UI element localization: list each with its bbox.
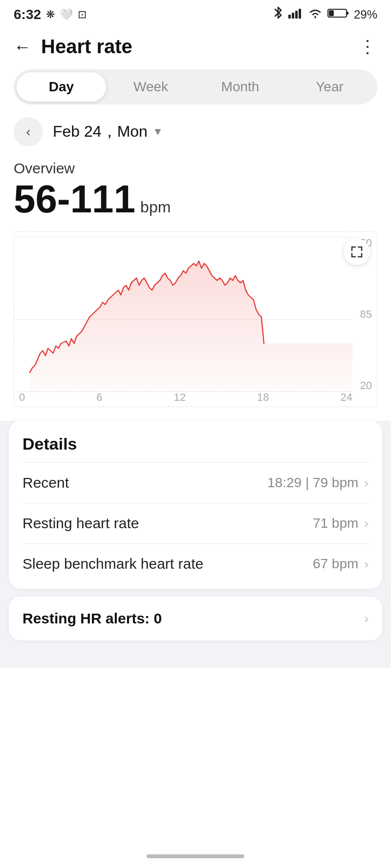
tab-bar: Day Week Month Year bbox=[14, 69, 377, 104]
bpm-unit: bpm bbox=[140, 198, 171, 216]
app-icon-1: ❋ bbox=[46, 8, 55, 21]
chart-svg bbox=[14, 232, 352, 392]
chart-expand-button[interactable] bbox=[344, 239, 370, 265]
battery-percent: 29% bbox=[354, 8, 377, 21]
x-label-24: 24 bbox=[340, 391, 352, 404]
alerts-chevron: › bbox=[364, 611, 369, 626]
overview-label: Overview bbox=[14, 160, 377, 177]
header: ← Heart rate ⋮ bbox=[0, 27, 391, 66]
status-right: 29% bbox=[273, 6, 377, 23]
detail-value-recent: 18:29 | 79 bpm bbox=[267, 475, 358, 491]
overview-section: Overview 56-111 bpm bbox=[0, 155, 391, 227]
signal-icon bbox=[288, 7, 303, 22]
y-label-85: 85 bbox=[354, 308, 372, 321]
detail-value-group-sleep: 67 bpm › bbox=[313, 556, 369, 572]
tab-month[interactable]: Month bbox=[196, 72, 285, 102]
svg-rect-0 bbox=[288, 15, 291, 19]
svg-rect-5 bbox=[347, 12, 348, 15]
status-left: 6:32 ❋ 🤍 ⊡ bbox=[14, 7, 87, 22]
tab-day[interactable]: Day bbox=[17, 72, 106, 102]
detail-chevron-recent: › bbox=[364, 475, 369, 491]
date-text: Feb 24，Mon bbox=[53, 121, 148, 143]
x-label-0: 0 bbox=[19, 391, 25, 404]
detail-row-sleep[interactable]: Sleep benchmark heart rate 67 bpm › bbox=[22, 543, 369, 584]
heart-rate-chart: 150 85 20 0 6 12 18 24 bbox=[14, 231, 377, 407]
page-title: Heart rate bbox=[41, 36, 132, 58]
y-label-20: 20 bbox=[354, 379, 372, 392]
wifi-icon bbox=[308, 7, 323, 22]
alerts-section[interactable]: Resting HR alerts: 0 › bbox=[9, 597, 382, 641]
bluetooth-icon bbox=[273, 6, 283, 23]
svg-rect-3 bbox=[299, 9, 301, 19]
alerts-title: Resting HR alerts: 0 bbox=[22, 610, 162, 627]
back-button[interactable]: ← bbox=[14, 37, 31, 57]
date-nav: ‹ Feb 24，Mon ▼ bbox=[0, 113, 391, 155]
detail-value-resting: 71 bpm bbox=[313, 516, 358, 531]
detail-value-group-recent: 18:29 | 79 bpm › bbox=[267, 475, 369, 491]
detail-chevron-sleep: › bbox=[364, 557, 369, 572]
detail-row-resting[interactable]: Resting heart rate 71 bpm › bbox=[22, 503, 369, 543]
status-time: 6:32 bbox=[14, 7, 41, 22]
detail-label-sleep: Sleep benchmark heart rate bbox=[22, 556, 203, 572]
svg-rect-1 bbox=[292, 13, 294, 19]
detail-chevron-resting: › bbox=[364, 516, 369, 531]
tab-year[interactable]: Year bbox=[285, 72, 374, 102]
detail-label-resting: Resting heart rate bbox=[22, 515, 139, 532]
x-label-6: 6 bbox=[96, 391, 102, 404]
x-label-12: 12 bbox=[174, 391, 186, 404]
svg-rect-6 bbox=[329, 10, 334, 16]
app-icon-3: ⊡ bbox=[78, 8, 87, 21]
details-title: Details bbox=[22, 434, 369, 454]
detail-value-group-resting: 71 bpm › bbox=[313, 516, 369, 531]
status-bar: 6:32 ❋ 🤍 ⊡ bbox=[0, 0, 391, 27]
details-section: Details Recent 18:29 | 79 bpm › Resting … bbox=[9, 421, 382, 589]
chart-x-labels: 0 6 12 18 24 bbox=[19, 391, 352, 404]
header-left: ← Heart rate bbox=[14, 36, 132, 58]
date-dropdown-icon[interactable]: ▼ bbox=[152, 125, 163, 138]
prev-date-button[interactable]: ‹ bbox=[14, 117, 43, 146]
bpm-display: 56-111 bpm bbox=[14, 180, 377, 219]
more-button[interactable]: ⋮ bbox=[359, 37, 377, 57]
bpm-value: 56-111 bbox=[14, 180, 135, 219]
detail-label-recent: Recent bbox=[22, 475, 69, 491]
battery-icon bbox=[327, 7, 349, 22]
date-label[interactable]: Feb 24，Mon ▼ bbox=[53, 121, 163, 143]
home-indicator bbox=[147, 854, 244, 858]
x-label-18: 18 bbox=[257, 391, 269, 404]
tab-week[interactable]: Week bbox=[106, 72, 196, 102]
app-icon-2: 🤍 bbox=[60, 8, 73, 21]
svg-rect-2 bbox=[295, 11, 298, 19]
detail-row-recent[interactable]: Recent 18:29 | 79 bpm › bbox=[22, 462, 369, 503]
detail-value-sleep: 67 bpm bbox=[313, 556, 358, 572]
